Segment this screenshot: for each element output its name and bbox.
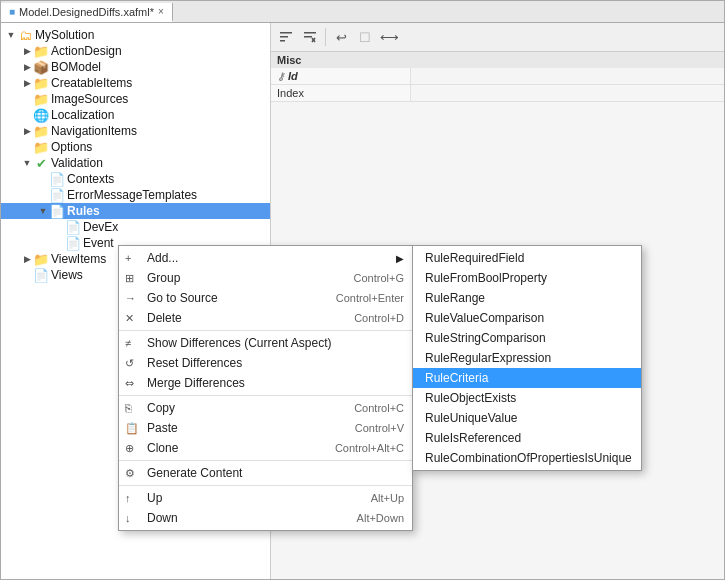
ctx-sep-8 [119,395,412,396]
ctx-shortcut-goto: Control+Enter [316,292,404,304]
sub-item-8[interactable]: RuleUniqueValue [413,408,641,428]
sub-label-5: RuleRegularExpression [425,351,551,365]
tree-item-9[interactable]: 📄Contexts [1,171,270,187]
ctx-label-diff: Show Differences (Current Aspect) [147,336,332,350]
toolbar-redo-button[interactable]: ☐ [354,26,376,48]
sub-item-10[interactable]: RuleCombinationOfPropertiesIsUnique [413,448,641,468]
tree-item-8[interactable]: ▼✔Validation [1,155,270,171]
ctx-item-group[interactable]: ⊞GroupControl+G [119,268,412,288]
sub-item-7[interactable]: RuleObjectExists [413,388,641,408]
ctx-item-diff[interactable]: ≠Show Differences (Current Aspect) [119,333,412,353]
tree-item-4[interactable]: 📁ImageSources [1,91,270,107]
tree-expander-1[interactable]: ▶ [21,46,33,56]
tree-expander-11[interactable]: ▼ [37,206,49,216]
svg-rect-1 [280,36,288,38]
ctx-item-paste[interactable]: 📋PasteControl+V [119,418,412,438]
sub-label-3: RuleValueComparison [425,311,544,325]
sub-label-1: RuleFromBoolProperty [425,271,547,285]
tree-icon-bo-2: 📦 [33,60,49,74]
ctx-sep-14 [119,485,412,486]
tree-item-3[interactable]: ▶📁CreatableItems [1,75,270,91]
ctx-label-group: Group [147,271,180,285]
ctx-label-merge: Merge Differences [147,376,245,390]
tree-item-10[interactable]: 📄ErrorMessageTemplates [1,187,270,203]
tree-expander-3[interactable]: ▶ [21,78,33,88]
tree-item-12[interactable]: 📄DevEx [1,219,270,235]
tree-label-10: ErrorMessageTemplates [67,188,197,202]
tree-expander-2[interactable]: ▶ [21,62,33,72]
toolbar-more-button[interactable]: ⟷ [378,26,400,48]
sub-label-9: RuleIsReferenced [425,431,521,445]
ctx-icon-reset: ↺ [125,357,134,370]
sub-item-1[interactable]: RuleFromBoolProperty [413,268,641,288]
props-id-value[interactable] [411,68,724,84]
tree-item-5[interactable]: 🌐Localization [1,107,270,123]
tab-bar: ■ Model.DesignedDiffs.xafml* × [1,1,724,23]
tree-expander-0[interactable]: ▼ [5,30,17,40]
tree-icon-page-10: 📄 [49,188,65,202]
tree-expander-14[interactable]: ▶ [21,254,33,264]
ctx-item-delete[interactable]: ✕DeleteControl+D [119,308,412,328]
sub-item-9[interactable]: RuleIsReferenced [413,428,641,448]
ctx-label-up: Up [147,491,162,505]
ctx-icon-paste: 📋 [125,422,139,435]
ctx-shortcut-copy: Control+C [334,402,404,414]
tree-expander-6[interactable]: ▶ [21,126,33,136]
ctx-icon-delete: ✕ [125,312,134,325]
ctx-item-merge[interactable]: ⇔Merge Differences [119,373,412,393]
ctx-label-delete: Delete [147,311,182,325]
ctx-shortcut-up: Alt+Up [351,492,404,504]
ctx-item-copy[interactable]: ⎘CopyControl+C [119,398,412,418]
ctx-icon-up: ↑ [125,492,131,504]
tree-item-7[interactable]: 📁Options [1,139,270,155]
sub-item-6[interactable]: RuleCriteria [413,368,641,388]
tree-label-12: DevEx [83,220,118,234]
toolbar-sort2-button[interactable] [299,26,321,48]
toolbar-sort-button[interactable] [275,26,297,48]
sub-item-0[interactable]: RuleRequiredField [413,248,641,268]
ctx-item-up[interactable]: ↑UpAlt+Up [119,488,412,508]
tree-item-6[interactable]: ▶📁NavigationItems [1,123,270,139]
tree-item-0[interactable]: ▼🗂MySolution [1,27,270,43]
ctx-icon-gen: ⚙ [125,467,135,480]
sub-item-3[interactable]: RuleValueComparison [413,308,641,328]
ctx-icon-group: ⊞ [125,272,134,285]
props-index-row: Index [271,85,724,102]
toolbar: ↩ ☐ ⟷ [271,23,724,52]
ctx-item-add[interactable]: +Add...▶ [119,248,412,268]
ctx-label-clone: Clone [147,441,178,455]
sub-label-2: RuleRange [425,291,485,305]
ctx-icon-diff: ≠ [125,337,131,349]
ctx-label-down: Down [147,511,178,525]
sub-item-2[interactable]: RuleRange [413,288,641,308]
tab-close-button[interactable]: × [158,6,164,17]
tree-icon-solution-0: 🗂 [17,28,33,42]
main-tab[interactable]: ■ Model.DesignedDiffs.xafml* × [1,3,173,22]
tree-label-6: NavigationItems [51,124,137,138]
ctx-item-clone[interactable]: ⊕CloneControl+Alt+C [119,438,412,458]
ctx-item-down[interactable]: ↓DownAlt+Down [119,508,412,528]
tree-item-2[interactable]: ▶📦BOModel [1,59,270,75]
ctx-item-reset[interactable]: ↺Reset Differences [119,353,412,373]
props-index-value[interactable] [411,85,724,101]
toolbar-sep-1 [325,28,326,46]
sub-item-4[interactable]: RuleStringComparison [413,328,641,348]
sub-item-5[interactable]: RuleRegularExpression [413,348,641,368]
tree-icon-folder-nav-6: 📁 [33,124,49,138]
ctx-item-goto[interactable]: →Go to SourceControl+Enter [119,288,412,308]
tree-item-11[interactable]: ▼📄Rules [1,203,270,219]
props-section-header: Misc [271,52,724,68]
tree-item-1[interactable]: ▶📁ActionDesign [1,43,270,59]
tree-icon-folder-4: 📁 [33,92,49,106]
tree-expander-8[interactable]: ▼ [21,158,33,168]
props-table: Misc ⚷ Id [271,52,724,102]
svg-rect-0 [280,32,292,34]
toolbar-undo-button[interactable]: ↩ [330,26,352,48]
sub-label-6: RuleCriteria [425,371,488,385]
tree-label-3: CreatableItems [51,76,132,90]
ctx-label-reset: Reset Differences [147,356,242,370]
tree-label-4: ImageSources [51,92,128,106]
ctx-item-gen[interactable]: ⚙Generate Content [119,463,412,483]
tree-label-7: Options [51,140,92,154]
tree-label-13: Event [83,236,114,250]
